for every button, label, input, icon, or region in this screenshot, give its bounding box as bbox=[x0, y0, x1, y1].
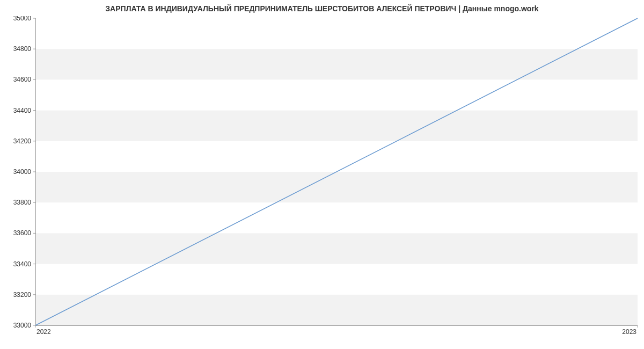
grid-band bbox=[35, 111, 638, 141]
chart-svg: 3300033200334003360033800340003420034400… bbox=[0, 16, 644, 349]
y-tick-label: 33800 bbox=[13, 199, 32, 206]
chart-title: ЗАРПЛАТА В ИНДИВИДУАЛЬНЫЙ ПРЕДПРИНИМАТЕЛ… bbox=[0, 0, 644, 16]
y-tick-label: 34200 bbox=[13, 137, 32, 145]
y-tick-label: 33600 bbox=[13, 229, 32, 237]
y-tick-label: 35000 bbox=[13, 16, 32, 22]
y-tick-label: 34600 bbox=[13, 76, 32, 83]
grid-band bbox=[35, 233, 638, 264]
x-tick-label: 2022 bbox=[36, 328, 51, 336]
y-tick-label: 33200 bbox=[13, 291, 32, 299]
grid-band bbox=[35, 295, 638, 325]
y-tick-label: 33400 bbox=[13, 260, 32, 268]
y-tick-label: 34400 bbox=[13, 107, 32, 114]
y-tick-label: 34000 bbox=[13, 168, 32, 176]
x-tick-label: 2023 bbox=[622, 328, 636, 336]
chart-container: ЗАРПЛАТА В ИНДИВИДУАЛЬНЫЙ ПРЕДПРИНИМАТЕЛ… bbox=[0, 0, 644, 349]
y-tick-label: 34800 bbox=[13, 45, 32, 53]
grid-band bbox=[35, 172, 638, 202]
y-tick-label: 33000 bbox=[13, 322, 32, 329]
